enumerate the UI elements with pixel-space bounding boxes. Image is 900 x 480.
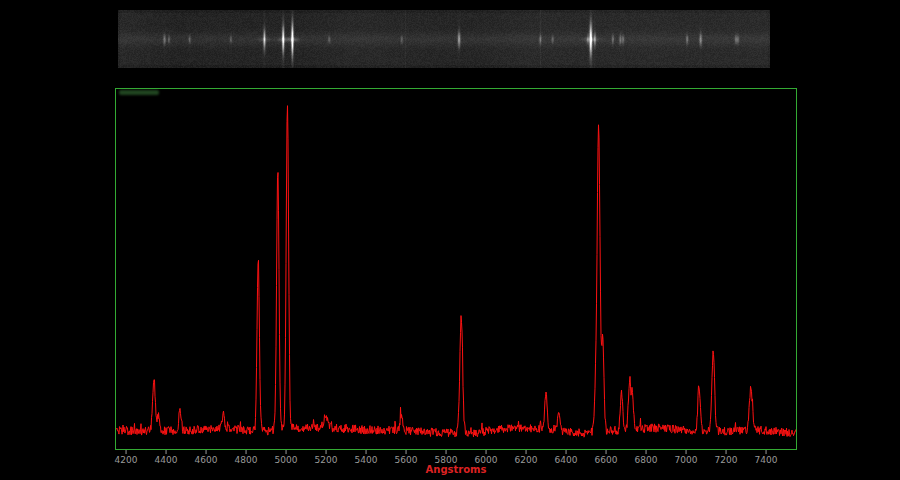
- x-axis-tick: 5600: [395, 450, 418, 465]
- x-axis-tick: 5400: [355, 450, 378, 465]
- tick-mark: [246, 450, 247, 454]
- tick-mark: [726, 450, 727, 454]
- raw-spectrum-image: [118, 10, 770, 68]
- spectrum-line: [116, 106, 796, 438]
- x-axis-tick: 7000: [675, 450, 698, 465]
- spectrum-plot: [115, 88, 797, 450]
- x-axis-tick: 5000: [275, 450, 298, 465]
- tick-mark: [606, 450, 607, 454]
- tick-mark: [526, 450, 527, 454]
- x-axis-tick: 6800: [635, 450, 658, 465]
- tick-mark: [286, 450, 287, 454]
- tick-mark: [566, 450, 567, 454]
- x-axis-tick: 4800: [235, 450, 258, 465]
- x-axis-tick: 6000: [475, 450, 498, 465]
- tick-mark: [166, 450, 167, 454]
- x-axis-tick: 6600: [595, 450, 618, 465]
- x-axis-title: Angstroms: [115, 464, 797, 475]
- tick-mark: [126, 450, 127, 454]
- raw-spectrum-canvas: [118, 10, 770, 68]
- x-axis-tick: 4400: [155, 450, 178, 465]
- tick-mark: [486, 450, 487, 454]
- spectrum-trace-area: [116, 89, 796, 449]
- x-axis-tick: 4200: [115, 450, 138, 465]
- x-axis-tick: 5800: [435, 450, 458, 465]
- x-axis-tick: 6200: [515, 450, 538, 465]
- plot-corner-text-artifact: [119, 90, 159, 95]
- tick-mark: [406, 450, 407, 454]
- spectroscopy-screen: 4200440046004800500052005400560058006000…: [0, 0, 900, 480]
- x-axis-tick: 4600: [195, 450, 218, 465]
- x-axis-tick: 7400: [755, 450, 778, 465]
- x-axis-tick: 5200: [315, 450, 338, 465]
- x-axis-tick: 7200: [715, 450, 738, 465]
- tick-mark: [326, 450, 327, 454]
- x-axis-tick: 6400: [555, 450, 578, 465]
- tick-mark: [646, 450, 647, 454]
- tick-mark: [686, 450, 687, 454]
- tick-mark: [206, 450, 207, 454]
- tick-mark: [366, 450, 367, 454]
- tick-mark: [766, 450, 767, 454]
- tick-mark: [446, 450, 447, 454]
